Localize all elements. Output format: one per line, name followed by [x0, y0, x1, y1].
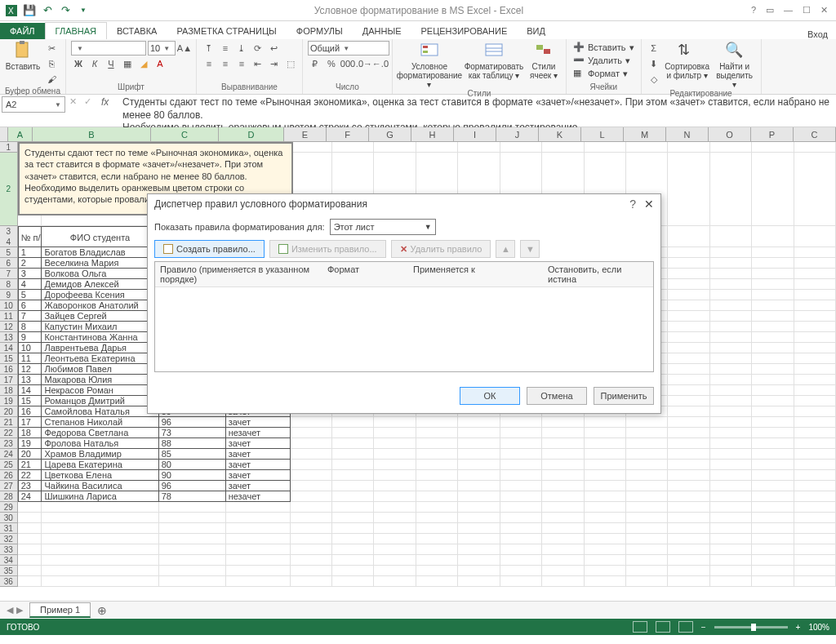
minimize-icon[interactable]: — [784, 5, 793, 16]
cell[interactable]: 90 [159, 470, 226, 481]
cell[interactable] [374, 576, 416, 587]
cell[interactable]: Богатов Владислав [42, 247, 158, 258]
cell[interactable] [626, 417, 668, 428]
cell[interactable] [752, 523, 794, 534]
cell[interactable] [458, 491, 500, 502]
cell[interactable] [416, 449, 458, 460]
merge-cells-icon[interactable]: ⬚ [283, 56, 298, 71]
cell[interactable]: 23 [18, 481, 42, 491]
cell[interactable] [500, 502, 542, 513]
tab-home[interactable]: ГЛАВНАЯ [45, 22, 107, 39]
cell[interactable] [668, 142, 709, 153]
row-header[interactable]: 2 [0, 153, 18, 226]
tab-formulas[interactable]: ФОРМУЛЫ [287, 23, 353, 39]
cell[interactable] [42, 523, 158, 534]
cell[interactable] [794, 247, 836, 258]
cell[interactable] [752, 481, 794, 491]
cell[interactable] [668, 396, 709, 406]
dialog-titlebar[interactable]: Диспетчер правил условного форматировани… [148, 194, 660, 214]
row-header[interactable]: 9 [0, 290, 18, 300]
cell[interactable] [500, 576, 542, 587]
cell[interactable]: 1 [18, 247, 42, 258]
row-header[interactable]: 10 [0, 300, 18, 311]
cell[interactable] [752, 566, 794, 576]
cell[interactable] [291, 417, 332, 428]
underline-button[interactable]: Ч [104, 56, 118, 71]
cell[interactable] [668, 555, 709, 566]
cell[interactable] [710, 406, 752, 417]
cell[interactable] [794, 300, 836, 311]
cell[interactable] [794, 290, 836, 300]
cell[interactable] [374, 523, 416, 534]
cell[interactable] [291, 534, 332, 544]
cell[interactable] [542, 142, 584, 153]
cell[interactable] [458, 428, 500, 438]
row-header[interactable]: 31 [0, 523, 18, 534]
cell[interactable] [416, 534, 458, 544]
scope-select[interactable]: Этот лист▼ [330, 219, 436, 235]
cell[interactable] [668, 481, 709, 491]
cell[interactable] [332, 576, 374, 587]
cell[interactable] [458, 438, 500, 449]
row-header[interactable]: 32 [0, 534, 18, 544]
percent-icon[interactable]: % [324, 56, 339, 71]
fill-icon[interactable]: ⬇ [647, 56, 661, 71]
cell[interactable] [374, 438, 416, 449]
cell[interactable] [542, 449, 584, 460]
cell[interactable]: незачет [226, 491, 291, 502]
cell[interactable] [794, 417, 836, 428]
cell[interactable] [500, 428, 542, 438]
column-header[interactable]: G [369, 127, 411, 141]
cell[interactable] [752, 258, 794, 269]
cell[interactable] [585, 513, 626, 523]
tab-file[interactable]: ФАЙЛ [0, 23, 45, 39]
cell[interactable] [710, 375, 752, 385]
cell[interactable] [626, 544, 668, 555]
row-header[interactable]: 16 [0, 364, 18, 375]
cell[interactable] [794, 375, 836, 385]
cell[interactable]: 13 [18, 375, 42, 385]
cell[interactable] [794, 343, 836, 353]
cell[interactable] [585, 470, 626, 481]
column-header[interactable]: K [539, 127, 581, 141]
cell[interactable] [710, 438, 752, 449]
cell[interactable] [291, 142, 332, 153]
cell[interactable] [159, 502, 226, 513]
cell[interactable] [668, 566, 709, 576]
cell[interactable] [752, 534, 794, 544]
row-header[interactable]: 28 [0, 491, 18, 502]
cell[interactable] [542, 460, 584, 470]
row-header[interactable]: 8 [0, 279, 18, 290]
cell[interactable] [458, 555, 500, 566]
cell[interactable] [710, 491, 752, 502]
cell[interactable] [710, 153, 752, 226]
column-header[interactable]: N [666, 127, 709, 141]
cell[interactable] [668, 449, 709, 460]
dialog-help-icon[interactable]: ? [629, 198, 636, 211]
cell[interactable] [668, 385, 709, 396]
cell[interactable] [752, 142, 794, 153]
cell[interactable] [668, 470, 709, 481]
cell[interactable] [752, 364, 794, 375]
cell[interactable] [18, 566, 42, 576]
cell[interactable] [542, 417, 584, 428]
tab-review[interactable]: РЕЦЕНЗИРОВАНИЕ [411, 23, 517, 39]
cell[interactable]: 11 [18, 353, 42, 364]
cell[interactable] [585, 438, 626, 449]
column-header[interactable]: E [284, 127, 327, 141]
cell[interactable] [626, 576, 668, 587]
cell[interactable] [752, 406, 794, 417]
cell[interactable] [458, 523, 500, 534]
column-header[interactable]: J [496, 127, 539, 141]
font-color-button[interactable]: A [153, 56, 167, 71]
cell[interactable] [291, 566, 332, 576]
cell[interactable] [159, 534, 226, 544]
cell[interactable] [542, 566, 584, 576]
page-break-view-icon[interactable] [678, 621, 693, 633]
cell[interactable]: 78 [159, 491, 226, 502]
cell[interactable]: зачет [226, 470, 291, 481]
cell[interactable]: 7 [18, 311, 42, 322]
cell[interactable]: Фролова Наталья [42, 438, 158, 449]
cell[interactable] [458, 142, 500, 153]
cell[interactable] [542, 555, 584, 566]
